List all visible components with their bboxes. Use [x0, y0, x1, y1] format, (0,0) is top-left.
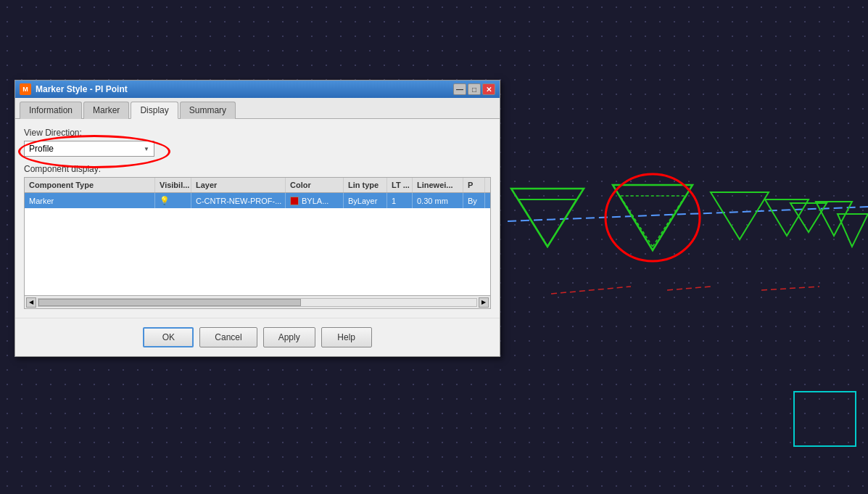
profile-dropdown[interactable]: Profile ▼: [24, 141, 154, 157]
dialog-title: Marker Style - PI Point: [36, 84, 128, 94]
cancel-button[interactable]: Cancel: [199, 327, 257, 347]
title-bar[interactable]: M Marker Style - PI Point — □ ✕: [15, 81, 500, 98]
scroll-left-arrow[interactable]: ◀: [26, 297, 36, 308]
tab-bar: Information Marker Display Summary: [15, 98, 500, 119]
tab-summary[interactable]: Summary: [180, 102, 236, 119]
tab-information[interactable]: Information: [20, 102, 82, 119]
component-display-label: Component display:: [24, 164, 491, 174]
scroll-track[interactable]: [38, 298, 477, 307]
dropdown-container: Profile ▼: [24, 141, 491, 157]
td-lt: 1: [387, 193, 413, 208]
th-visible: Visibil...: [155, 178, 191, 192]
th-color: Color: [286, 178, 344, 192]
scroll-right-arrow[interactable]: ▶: [479, 297, 489, 308]
title-controls[interactable]: — □ ✕: [453, 83, 495, 95]
td-linetype: ByLayer: [344, 193, 387, 208]
td-visible: 💡: [155, 193, 191, 208]
color-swatch: [290, 197, 299, 205]
apply-button[interactable]: Apply: [263, 327, 315, 347]
table-row[interactable]: Marker 💡 C-CNTR-NEW-PROF-... BYLA... ByL…: [25, 193, 490, 208]
color-label: BYLA...: [302, 197, 328, 205]
minimize-button[interactable]: —: [453, 83, 466, 95]
close-button[interactable]: ✕: [482, 83, 495, 95]
th-layer: Layer: [191, 178, 286, 192]
bulb-icon: 💡: [160, 196, 170, 205]
th-lt: LT ...: [387, 178, 413, 192]
td-component-type: Marker: [25, 193, 155, 208]
td-plot: By: [463, 193, 485, 208]
maximize-button[interactable]: □: [468, 83, 481, 95]
title-bar-left: M Marker Style - PI Point: [20, 83, 128, 95]
td-color: BYLA...: [286, 193, 344, 208]
help-button[interactable]: Help: [321, 327, 372, 347]
tab-display[interactable]: Display: [131, 102, 178, 119]
td-lineweight: 0.30 mm: [413, 193, 463, 208]
th-lineweight: Linewei...: [413, 178, 463, 192]
dropdown-arrow-icon: ▼: [144, 146, 149, 152]
empty-rows: [25, 208, 490, 295]
dialog-body: View Direction: Profile ▼ Component disp…: [15, 119, 500, 318]
th-plot: P: [463, 178, 485, 192]
horizontal-scrollbar[interactable]: ◀ ▶: [25, 295, 490, 308]
component-table: Component Type Visibil... Layer Color Li…: [24, 177, 491, 309]
button-row: OK Cancel Apply Help: [15, 318, 500, 356]
th-component-type: Component Type: [25, 178, 155, 192]
tab-marker[interactable]: Marker: [83, 102, 129, 119]
dropdown-wrapper: Profile ▼: [24, 141, 154, 157]
scroll-thumb[interactable]: [38, 299, 301, 306]
td-layer: C-CNTR-NEW-PROF-...: [191, 193, 286, 208]
table-header: Component Type Visibil... Layer Color Li…: [25, 178, 490, 193]
view-direction-label: View Direction:: [24, 128, 491, 138]
dropdown-value: Profile: [29, 144, 54, 154]
ok-button[interactable]: OK: [143, 327, 194, 347]
th-linetype: Lin type: [344, 178, 387, 192]
app-icon: M: [20, 83, 31, 95]
dialog-window: M Marker Style - PI Point — □ ✕ Informat…: [15, 80, 500, 357]
